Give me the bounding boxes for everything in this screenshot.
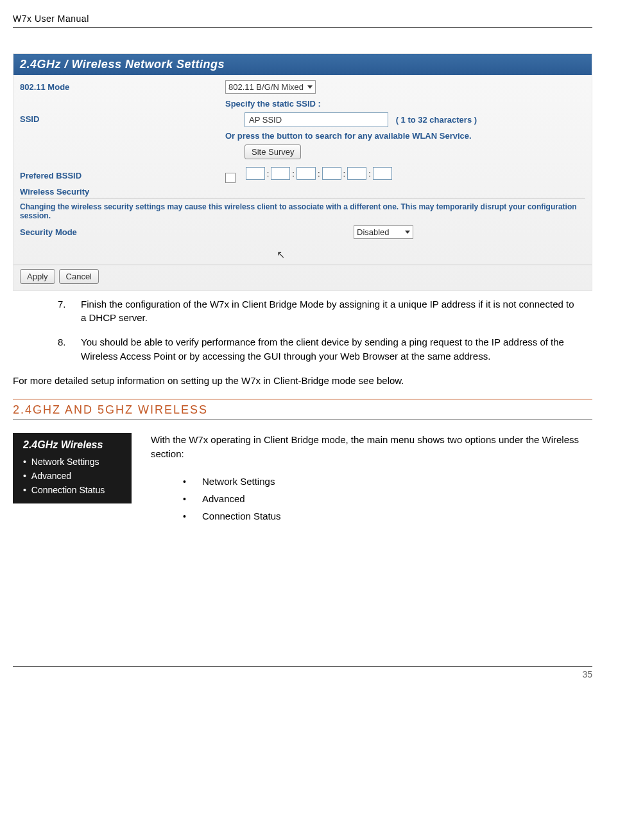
page-number: 35 — [582, 669, 592, 679]
cursor-icon: ↖ — [277, 249, 618, 261]
sidebar-item-connection-status[interactable]: Connection Status — [13, 483, 132, 497]
page-footer: 35 — [13, 666, 592, 679]
divider — [13, 265, 592, 265]
or-press-text: Or press the button to search for any av… — [225, 131, 585, 141]
security-mode-value: Disabled — [357, 227, 390, 237]
step-7: 7. Finish the configuration of the W7x i… — [58, 297, 592, 326]
bssid-octet-1[interactable] — [246, 167, 265, 180]
apply-button[interactable]: Apply — [20, 269, 55, 284]
bullet-list: Network Settings Advanced Connection Sta… — [183, 473, 592, 525]
bssid-octet-2[interactable] — [271, 167, 290, 180]
sidebar-item-advanced[interactable]: Advanced — [13, 469, 132, 483]
section-heading-wireless: 2.4GHZ AND 5GHZ WIRELESS — [13, 399, 592, 420]
sidebar-item-network-settings[interactable]: Network Settings — [13, 455, 132, 469]
chevron-down-icon — [405, 231, 410, 234]
site-survey-button[interactable]: Site Survey — [245, 144, 301, 159]
step-number: 7. — [58, 297, 81, 326]
security-mode-label: Security Mode — [20, 227, 225, 237]
security-warning-text: Changing the wireless security settings … — [20, 202, 585, 220]
bullet-item: Connection Status — [183, 507, 592, 525]
chevron-down-icon — [307, 85, 313, 89]
ssid-input[interactable]: AP SSID — [245, 112, 388, 127]
bssid-octet-6[interactable] — [373, 167, 392, 180]
wireless-intro-paragraph: With the W7x operating in Client Bridge … — [151, 433, 592, 461]
step-number: 8. — [58, 335, 81, 363]
step-text: You should be able to verify performance… — [81, 335, 592, 363]
wireless-settings-panel: 2.4GHz / Wireless Network Settings 802.1… — [13, 53, 592, 291]
bssid-octet-4[interactable] — [322, 167, 341, 180]
mode-select-value: 802.11 B/G/N Mixed — [228, 82, 304, 92]
mode-label: 802.11 Mode — [20, 80, 225, 92]
ssid-char-hint: ( 1 to 32 characters ) — [396, 115, 477, 125]
bssid-label: Prefered BSSID — [20, 169, 225, 180]
bullet-item: Advanced — [183, 490, 592, 507]
wireless-security-heading: Wireless Security — [20, 187, 585, 198]
bssid-octet-5[interactable] — [347, 167, 366, 180]
doc-header: W7x User Manual — [13, 13, 592, 28]
bullet-item: Network Settings — [183, 473, 592, 490]
mode-select[interactable]: 802.11 B/G/N Mixed — [225, 80, 316, 94]
sidebar-menu-title: 2.4GHz Wireless — [13, 437, 132, 455]
step-text: Finish the configuration of the W7x in C… — [81, 297, 592, 326]
bssid-octet-3[interactable] — [296, 167, 316, 180]
ssid-label: SSID — [20, 98, 225, 124]
bssid-input-group: : : : : : — [246, 167, 392, 180]
panel-title: 2.4GHz / Wireless Network Settings — [13, 54, 592, 75]
security-mode-select[interactable]: Disabled — [354, 225, 413, 239]
bssid-checkbox[interactable] — [225, 173, 236, 183]
specify-ssid-text: Specify the static SSID : — [225, 99, 585, 109]
step-8: 8. You should be able to verify performa… — [58, 335, 592, 363]
sidebar-menu: 2.4GHz Wireless Network Settings Advance… — [13, 433, 132, 503]
more-detail-paragraph: For more detailed setup information on s… — [13, 374, 592, 388]
doc-title: W7x User Manual — [13, 13, 89, 24]
cancel-button[interactable]: Cancel — [59, 269, 99, 284]
